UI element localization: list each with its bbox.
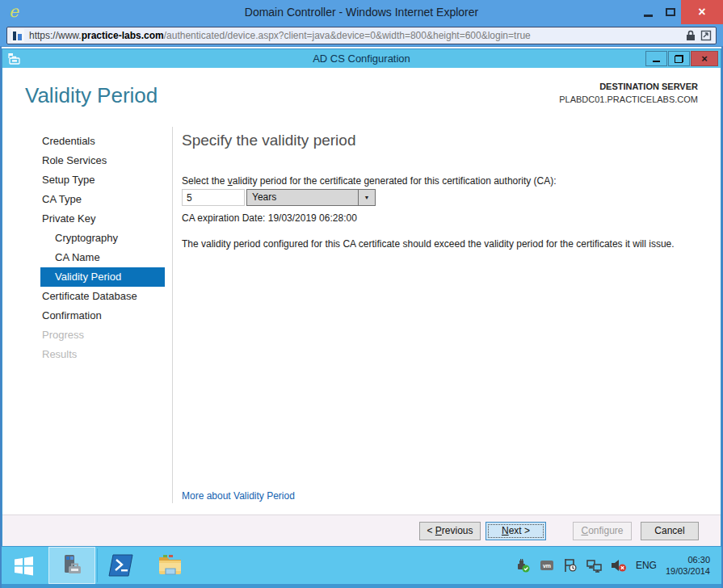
sidebar-divider bbox=[172, 127, 173, 503]
step-credentials[interactable]: Credentials bbox=[40, 132, 165, 151]
close-icon: × bbox=[698, 5, 705, 19]
date: 19/03/2014 bbox=[666, 565, 710, 577]
language-indicator[interactable]: ENG bbox=[636, 560, 657, 571]
url-text: https://www.practice-labs.com/authentica… bbox=[29, 30, 686, 41]
powershell-task[interactable] bbox=[108, 553, 134, 581]
step-confirmation[interactable]: Confirmation bbox=[40, 306, 165, 326]
validity-period-unit-select[interactable]: Years ▼ bbox=[246, 189, 376, 206]
browser-window-title: Domain Controller - Windows Internet Exp… bbox=[0, 0, 723, 24]
file-explorer-task[interactable] bbox=[157, 552, 184, 580]
powershell-icon bbox=[108, 553, 134, 578]
step-role-services[interactable]: Role Services bbox=[40, 151, 165, 170]
lock-icon bbox=[686, 30, 696, 41]
minimize-icon bbox=[653, 61, 660, 62]
step-ca-type[interactable]: CA Type bbox=[40, 190, 165, 209]
start-button[interactable] bbox=[2, 547, 46, 584]
restore-icon bbox=[675, 55, 683, 63]
volume-muted-icon[interactable] bbox=[611, 558, 627, 573]
adcs-configuration-window: AD CS Configuration × Validity Period DE… bbox=[2, 48, 721, 547]
step-progress: Progress bbox=[40, 326, 165, 345]
previous-button[interactable]: < Previous bbox=[419, 522, 481, 540]
adcs-close-button[interactable]: × bbox=[691, 51, 718, 66]
site-favicon bbox=[11, 29, 24, 42]
browser-minimize-button[interactable] bbox=[637, 0, 658, 24]
step-certificate-database[interactable]: Certificate Database bbox=[40, 287, 165, 306]
wizard-step-list: Credentials Role Services Setup Type CA … bbox=[40, 132, 165, 364]
server-manager-icon bbox=[59, 552, 85, 578]
page-title: Validity Period bbox=[25, 83, 158, 108]
step-setup-type[interactable]: Setup Type bbox=[40, 170, 165, 190]
taskbar: vm ENG 06:30 19/03/2014 bbox=[2, 547, 721, 584]
validity-note: The validity period configured for this … bbox=[182, 238, 675, 250]
validity-period-label: Select the validity period for the certi… bbox=[182, 175, 557, 187]
configure-button: Configure bbox=[573, 522, 632, 540]
time: 06:30 bbox=[666, 554, 710, 565]
file-explorer-icon bbox=[157, 552, 184, 577]
content-heading: Specify the validity period bbox=[182, 132, 355, 149]
system-tray: vm ENG 06:30 19/03/2014 bbox=[515, 547, 710, 584]
server-manager-task[interactable] bbox=[48, 547, 95, 584]
adcs-window-icon bbox=[7, 52, 21, 65]
taskbar-separator bbox=[97, 548, 98, 582]
step-ca-name[interactable]: CA Name bbox=[40, 248, 165, 267]
dropdown-arrow-icon[interactable]: ▼ bbox=[358, 190, 375, 205]
wizard-footer: < Previous Next > Configure Cancel bbox=[2, 514, 721, 546]
more-about-link[interactable]: More about Validity Period bbox=[182, 490, 295, 502]
browser-close-button[interactable]: × bbox=[681, 0, 723, 24]
taskbar-bottom-strip bbox=[2, 584, 721, 588]
step-cryptography[interactable]: Cryptography bbox=[40, 229, 165, 248]
compatibility-view-icon[interactable] bbox=[700, 30, 712, 41]
browser-maximize-button[interactable] bbox=[660, 0, 681, 24]
maximize-icon bbox=[666, 8, 675, 16]
address-input[interactable]: https://www.practice-labs.com/authentica… bbox=[6, 27, 717, 44]
cancel-button[interactable]: Cancel bbox=[641, 522, 699, 540]
step-results: Results bbox=[40, 345, 165, 364]
step-validity-period[interactable]: Validity Period bbox=[40, 267, 165, 287]
vmware-tools-icon[interactable]: vm bbox=[540, 559, 554, 572]
validity-period-value-input[interactable] bbox=[182, 189, 245, 206]
selected-unit: Years bbox=[247, 190, 358, 205]
svg-text:vm: vm bbox=[543, 563, 551, 569]
wizard-body: Validity Period DESTINATION SERVER PLABD… bbox=[2, 69, 721, 514]
windows-logo-icon bbox=[13, 555, 35, 577]
adcs-window-title: AD CS Configuration bbox=[2, 49, 721, 68]
ca-expiration-date: CA expiration Date: 19/03/2019 06:28:00 bbox=[182, 212, 357, 224]
action-center-icon[interactable] bbox=[563, 558, 578, 573]
minimize-icon bbox=[644, 15, 653, 17]
adcs-window-titlebar[interactable]: AD CS Configuration × bbox=[2, 49, 721, 68]
adcs-minimize-button[interactable] bbox=[645, 51, 667, 66]
adcs-restore-button[interactable] bbox=[668, 51, 690, 66]
usb-device-icon[interactable] bbox=[515, 558, 531, 573]
step-private-key[interactable]: Private Key bbox=[40, 209, 165, 229]
browser-titlebar: e Domain Controller - Windows Internet E… bbox=[0, 0, 723, 24]
wizard-content: Specify the validity period Select the v… bbox=[182, 69, 700, 514]
clock[interactable]: 06:30 19/03/2014 bbox=[666, 554, 710, 577]
next-button[interactable]: Next > bbox=[486, 522, 546, 540]
close-icon: × bbox=[701, 52, 708, 65]
network-icon[interactable] bbox=[586, 559, 602, 573]
browser-addressbar: https://www.practice-labs.com/authentica… bbox=[0, 24, 723, 47]
